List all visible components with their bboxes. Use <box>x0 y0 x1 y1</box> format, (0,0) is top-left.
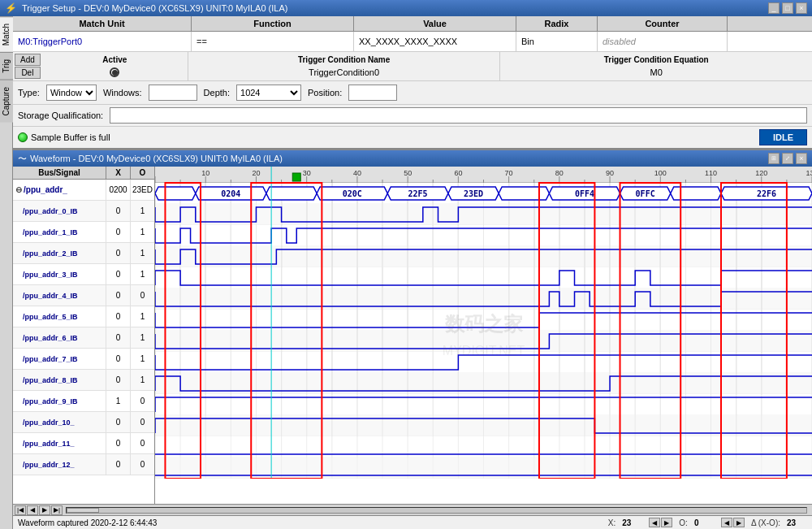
signal-row[interactable]: /ppu_addr_10_00 <box>13 412 154 433</box>
x-coord-value: 23 <box>622 518 642 527</box>
add-button[interactable]: Add <box>15 54 41 66</box>
bottom-coords: X: 23 ◀ ▶ O: 0 ◀ ▶ Δ (X-O): 23 <box>608 518 807 527</box>
signal-name-cell: /ppu_addr_0_IB <box>13 201 106 221</box>
waveform-float-btn[interactable]: ⊞ <box>768 153 780 164</box>
signal-name-cell: /ppu_addr_4_IB <box>13 285 106 306</box>
maximize-btn[interactable]: □ <box>782 2 793 14</box>
signal-row[interactable]: /ppu_addr_9_IB10 <box>13 391 154 412</box>
windows-input[interactable]: 1 <box>149 85 197 101</box>
x-next-btn[interactable]: ▶ <box>661 518 672 527</box>
signal-x-cell: 0 <box>106 243 131 263</box>
waveform-window-controls: ⊞ ⤢ × <box>768 153 807 164</box>
signal-name-cell: /ppu_addr_7_IB <box>13 349 106 369</box>
signal-x-cell: 0 <box>106 370 131 390</box>
signal-x-cell: 0 <box>106 306 131 327</box>
bottom-status-bar: Waveform captured 2020-2-12 6:44:43 X: 2… <box>13 515 812 529</box>
type-label: Type: <box>18 88 40 98</box>
waveform-scrollbar[interactable]: |◀ ◀ ▶ ▶| <box>13 504 812 515</box>
nav-prev-btn[interactable]: ◀ <box>27 505 38 515</box>
signal-name-cell: /ppu_addr_11_ <box>13 433 106 453</box>
signal-x-cell: 0 <box>106 454 131 475</box>
value-cell[interactable]: XX_XXXX_XXXX_XXXX <box>354 32 516 51</box>
window-controls: _ □ × <box>768 2 807 14</box>
o-prev-btn[interactable]: ◀ <box>721 518 732 527</box>
condition-equation-header: Trigger Condition Equation <box>604 55 709 64</box>
signal-x-cell: 0 <box>106 201 131 221</box>
add-del-buttons: Add Del <box>13 52 42 80</box>
signal-name-cell: /ppu_addr_1_IB <box>13 222 106 242</box>
signal-row[interactable]: /ppu_addr_11_00 <box>13 433 154 454</box>
signal-row[interactable]: /ppu_addr_1_IB01 <box>13 222 154 243</box>
signal-o-cell: 1 <box>131 243 155 263</box>
o-coord-value: 0 <box>694 518 715 527</box>
radix-cell[interactable]: Bin <box>516 32 598 51</box>
signal-row[interactable]: /ppu_addr_6_IB01 <box>13 327 154 349</box>
signal-row[interactable]: /ppu_addr_2_IB01 <box>13 243 154 264</box>
match-unit-cell[interactable]: M0:TriggerPort0 <box>13 32 192 51</box>
close-btn[interactable]: × <box>796 2 807 14</box>
signal-row[interactable]: /ppu_addr_3_IB01 <box>13 264 154 285</box>
function-cell[interactable]: == <box>192 32 354 51</box>
signal-row[interactable]: ⊖/ppu_addr_020023ED <box>13 180 154 201</box>
horizontal-scrollbar[interactable] <box>66 507 807 514</box>
signal-x-cell: 0 <box>106 285 131 306</box>
waveform-title: Waveform - DEV:0 MyDevice0 (XC6SLX9) UNI… <box>30 154 283 163</box>
counter-cell: disabled <box>598 32 728 51</box>
signal-x-cell: 0 <box>106 327 131 348</box>
signal-list: Bus/Signal X O ⊖/ppu_addr_020023ED/ppu_a… <box>13 167 155 504</box>
signal-row[interactable]: /ppu_addr_5_IB01 <box>13 306 154 327</box>
waveform-canvas <box>155 167 812 479</box>
nav-first-btn[interactable]: |◀ <box>15 505 26 515</box>
condition-equation-column: Trigger Condition Equation M0 <box>500 52 812 80</box>
radix-value: Bin <box>521 37 534 46</box>
waveform-expand-btn[interactable]: ⤢ <box>782 153 793 164</box>
depth-label: Depth: <box>204 88 230 98</box>
capture-tab[interactable]: Capture <box>0 80 13 123</box>
o-header: O <box>131 167 155 179</box>
x-prev-btn[interactable]: ◀ <box>649 518 660 527</box>
signal-list-header: Bus/Signal X O <box>13 167 154 180</box>
signal-o-cell: 1 <box>131 222 155 242</box>
scrollbar-thumb[interactable] <box>67 508 99 513</box>
trigger-data-row: M0:TriggerPort0 == XX_XXXX_XXXX_XXXX Bin… <box>13 32 812 52</box>
signal-name-cell: /ppu_addr_12_ <box>13 454 106 475</box>
signal-row[interactable]: /ppu_addr_12_00 <box>13 454 154 475</box>
depth-select[interactable]: 1024 <box>236 85 301 101</box>
trig-tab[interactable]: Trig <box>0 52 13 80</box>
del-button[interactable]: Del <box>15 67 41 79</box>
signal-row[interactable]: /ppu_addr_4_IB00 <box>13 285 154 306</box>
active-radio[interactable] <box>110 67 119 77</box>
nav-last-btn[interactable]: ▶| <box>51 505 63 515</box>
nav-buttons: |◀ ◀ ▶ ▶| <box>15 505 63 515</box>
signal-name-cell: /ppu_addr_6_IB <box>13 327 106 348</box>
title-bar: ⚡ Trigger Setup - DEV:0 MyDevice0 (XC6SL… <box>0 0 812 16</box>
o-next-btn[interactable]: ▶ <box>733 518 745 527</box>
position-input[interactable]: 0 <box>348 85 397 101</box>
app-icon: ⚡ <box>5 2 17 14</box>
signal-row[interactable]: /ppu_addr_0_IB01 <box>13 201 154 222</box>
signal-x-cell: 0 <box>106 222 131 242</box>
waveform-close-btn[interactable]: × <box>796 153 807 164</box>
match-tab[interactable]: Match <box>0 16 13 52</box>
storage-input[interactable]: All Data <box>110 107 807 124</box>
signal-name-cell: ⊖/ppu_addr_ <box>13 180 106 200</box>
signal-o-cell: 0 <box>131 433 155 453</box>
signal-o-cell: 0 <box>131 412 155 432</box>
nav-next-btn[interactable]: ▶ <box>39 505 50 515</box>
type-select[interactable]: Window <box>46 85 97 101</box>
value-header: Value <box>354 16 516 31</box>
minimize-btn[interactable]: _ <box>768 2 780 14</box>
waveform-section: 〜 Waveform - DEV:0 MyDevice0 (XC6SLX9) U… <box>13 150 812 529</box>
signal-x-cell: 0200 <box>106 180 131 200</box>
signal-name-cell: /ppu_addr_9_IB <box>13 391 106 411</box>
signal-x-cell: 0 <box>106 264 131 284</box>
signal-x-cell: 0 <box>106 412 131 432</box>
signal-row[interactable]: /ppu_addr_8_IB01 <box>13 370 154 391</box>
position-label: Position: <box>308 88 342 98</box>
waveform-content-area: Bus/Signal X O ⊖/ppu_addr_020023ED/ppu_a… <box>13 167 812 504</box>
signal-row[interactable]: /ppu_addr_7_IB01 <box>13 349 154 370</box>
signal-o-cell: 1 <box>131 306 155 327</box>
o-nav-buttons: ◀ ▶ <box>721 518 745 527</box>
idle-button[interactable]: IDLE <box>759 129 807 145</box>
x-header: X <box>106 167 131 179</box>
